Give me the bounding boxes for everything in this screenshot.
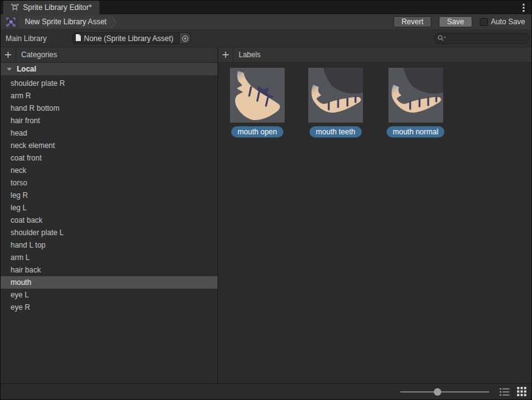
auto-save-checkbox[interactable]	[480, 18, 488, 26]
toolbar: New Sprite Library Asset Revert Save Aut…	[1, 14, 531, 30]
labels-panel: Labels mouth open	[218, 47, 531, 383]
category-list-item[interactable]: arm R	[1, 90, 218, 102]
sprite-thumbnail-mouth-teeth[interactable]	[308, 68, 363, 123]
category-list-item[interactable]: coat back	[1, 214, 218, 226]
object-picker-icon[interactable]	[179, 33, 190, 44]
sprite-card[interactable]: mouth open	[230, 68, 285, 137]
breadcrumb-item[interactable]: New Sprite Library Asset	[19, 16, 116, 29]
category-list-item[interactable]: mouth	[1, 276, 218, 289]
plus-icon	[4, 51, 12, 58]
category-list-item[interactable]: hand R bottom	[1, 102, 218, 114]
category-list-item[interactable]: hair front	[1, 114, 218, 127]
category-list-item[interactable]: neck	[1, 164, 218, 177]
sprite-label-pill[interactable]: mouth teeth	[310, 126, 361, 137]
asset-file-icon	[75, 34, 81, 44]
labels-header: Labels	[218, 47, 531, 63]
category-list-item[interactable]: eye R	[1, 301, 218, 314]
zoom-slider[interactable]	[400, 388, 489, 396]
main-library-object-field[interactable]: None (Sprite Library Asset)	[72, 32, 191, 44]
sprite-label-pill[interactable]: mouth normal	[387, 126, 444, 137]
category-list-item[interactable]: leg L	[1, 202, 218, 214]
sprite-library-editor-window: Sprite Library Editor* New Sprite Librar…	[0, 0, 532, 400]
sprite-cards: mouth open mouth teeth	[218, 63, 531, 137]
tab-title: Sprite Library Editor*	[23, 3, 92, 12]
categories-panel: Categories Local shoulder plate Rarm Rha…	[1, 47, 218, 383]
category-list-item[interactable]: neck element	[1, 139, 218, 152]
category-list-item[interactable]: shoulder plate R	[1, 77, 218, 90]
footer-bar	[1, 383, 531, 399]
category-list-item[interactable]: hand L top	[1, 239, 218, 251]
category-list-item[interactable]: head	[1, 127, 218, 139]
categories-title: Categories	[21, 50, 57, 59]
main-library-row: Main Library None (Sprite Library Asset)	[1, 30, 531, 47]
sprite-label-pill[interactable]: mouth open	[231, 126, 283, 137]
revert-button[interactable]: Revert	[393, 16, 431, 27]
category-group-label: Local	[17, 65, 36, 73]
category-list-item[interactable]: coat front	[1, 152, 218, 164]
plus-icon	[222, 51, 229, 58]
category-list-item[interactable]: shoulder plate L	[1, 226, 218, 239]
sprite-library-asset-icon	[6, 17, 16, 27]
category-list-item[interactable]: hair back	[1, 264, 218, 276]
foldout-triangle-icon[interactable]	[7, 68, 12, 71]
zoom-slider-track	[400, 391, 489, 393]
footer-divider	[513, 387, 513, 397]
tab-sprite-library-editor[interactable]: Sprite Library Editor*	[3, 1, 99, 14]
kebab-menu-icon[interactable]	[515, 1, 531, 14]
sprite-card[interactable]: mouth teeth	[308, 68, 363, 137]
grid-view-icon[interactable]	[515, 386, 528, 398]
category-list-item[interactable]: eye L	[1, 289, 218, 301]
add-category-button[interactable]	[1, 47, 16, 63]
sprite-thumbnail-mouth-open[interactable]	[230, 68, 285, 123]
save-button[interactable]: Save	[439, 16, 472, 27]
category-list-item[interactable]: torso	[1, 177, 218, 189]
panels: Categories Local shoulder plate Rarm Rha…	[1, 47, 531, 383]
category-list-item[interactable]: arm L	[1, 251, 218, 264]
zoom-slider-thumb[interactable]	[434, 388, 441, 396]
breadcrumb[interactable]: New Sprite Library Asset	[19, 16, 116, 29]
categories-list: Local shoulder plate Rarm Rhand R bottom…	[1, 63, 218, 383]
category-list-item[interactable]: leg R	[1, 189, 218, 202]
labels-title: Labels	[239, 50, 260, 59]
add-label-button[interactable]	[218, 47, 234, 63]
sprite-library-window-icon	[11, 2, 19, 13]
search-field	[434, 33, 530, 44]
categories-header: Categories	[1, 47, 218, 63]
sprite-thumbnail-mouth-normal[interactable]	[388, 68, 443, 123]
category-group-local[interactable]: Local	[1, 63, 218, 75]
breadcrumb-chevron-icon	[111, 16, 117, 29]
list-view-icon[interactable]	[498, 386, 511, 398]
search-input[interactable]	[434, 33, 530, 44]
object-field-value: None (Sprite Library Asset)	[84, 34, 179, 43]
sprite-card[interactable]: mouth normal	[387, 68, 444, 137]
auto-save-label: Auto Save	[491, 17, 525, 26]
tab-bar: Sprite Library Editor*	[1, 1, 531, 14]
main-library-label: Main Library	[6, 34, 72, 43]
toolbar-actions: Revert Save Auto Save	[393, 16, 525, 27]
